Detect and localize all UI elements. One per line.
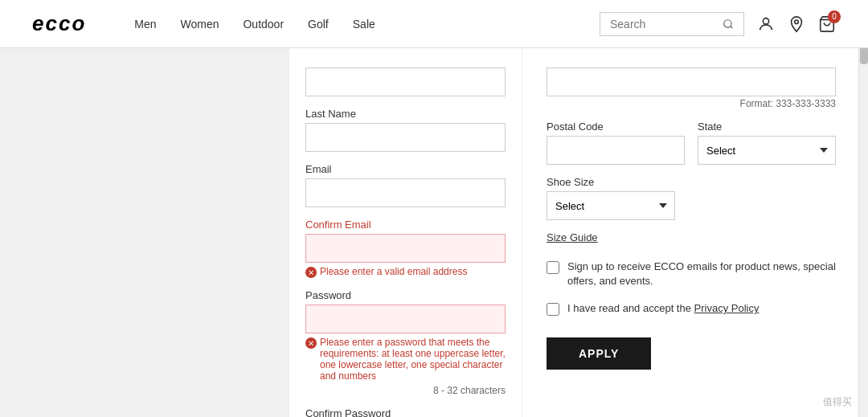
phone-hint: Format: 333-333-3333 xyxy=(547,98,836,109)
shoe-size-group: Shoe Size Select xyxy=(547,176,836,220)
last-name-label: Last Name xyxy=(305,108,506,120)
confirm-email-error-text: Please enter a valid email address xyxy=(320,266,467,277)
logo: ecco xyxy=(32,11,86,36)
shoe-size-select[interactable]: Select xyxy=(547,191,675,220)
postal-code-group: Postal Code xyxy=(547,121,685,165)
svg-point-0 xyxy=(724,19,731,27)
search-box[interactable] xyxy=(600,12,744,36)
main-nav: Men Women Outdoor Golf Sale xyxy=(134,18,600,31)
state-select[interactable]: Select xyxy=(698,136,836,165)
state-label: State xyxy=(698,121,836,133)
email-signup-row: Sign up to receive ECCO emails for produ… xyxy=(547,260,836,288)
scrollbar[interactable] xyxy=(858,0,868,417)
phone-group: Format: 333-333-3333 xyxy=(547,64,836,109)
nav-outdoor[interactable]: Outdoor xyxy=(243,18,284,31)
account-button[interactable] xyxy=(757,15,775,33)
nav-men[interactable]: Men xyxy=(134,18,156,31)
privacy-policy-label: I have read and accept the Privacy Polic… xyxy=(567,301,759,316)
error-icon-confirm-email: ✕ xyxy=(305,267,317,278)
apply-button[interactable]: APPLY xyxy=(547,337,651,370)
password-char-count: 8 - 32 characters xyxy=(305,385,506,396)
cart-badge: 0 xyxy=(828,10,841,23)
cart-container: 0 xyxy=(818,15,836,33)
header: ecco Men Women Outdoor Golf Sale xyxy=(0,0,868,48)
confirm-email-input[interactable] xyxy=(305,234,506,263)
error-icon-password: ✕ xyxy=(305,337,317,349)
privacy-policy-checkbox[interactable] xyxy=(547,303,559,316)
location-icon xyxy=(788,15,805,33)
nav-women[interactable]: Women xyxy=(181,18,219,31)
confirm-password-group: Confirm Password xyxy=(305,407,506,417)
postal-code-input[interactable] xyxy=(547,136,685,165)
form-area: Last Name Email Confirm Email ✕ Please e… xyxy=(289,48,860,417)
page-body: Last Name Email Confirm Email ✕ Please e… xyxy=(0,48,868,417)
location-button[interactable] xyxy=(788,15,805,33)
email-label: Email xyxy=(305,163,506,175)
confirm-email-label: Confirm Email xyxy=(305,219,506,231)
first-name-input[interactable] xyxy=(305,67,506,96)
privacy-policy-link[interactable]: Privacy Policy xyxy=(694,302,760,314)
size-guide-link[interactable]: Size Guide xyxy=(547,231,836,243)
confirm-email-error: ✕ Please enter a valid email address xyxy=(305,266,506,278)
account-icon xyxy=(757,15,775,33)
email-signup-checkbox[interactable] xyxy=(547,261,559,274)
email-group: Email xyxy=(305,163,506,207)
search-input[interactable] xyxy=(610,18,723,31)
svg-point-3 xyxy=(795,19,799,23)
form-left-column: Last Name Email Confirm Email ✕ Please e… xyxy=(289,48,522,417)
password-group: Password ✕ Please enter a password that … xyxy=(305,289,506,396)
email-signup-label: Sign up to receive ECCO emails for produ… xyxy=(567,260,836,288)
watermark: 值得买 xyxy=(823,395,852,409)
left-background xyxy=(8,48,289,417)
password-input[interactable] xyxy=(305,305,506,333)
state-select-wrapper: Select xyxy=(698,136,836,165)
nav-golf[interactable]: Golf xyxy=(308,18,329,31)
nav-sale[interactable]: Sale xyxy=(353,18,375,31)
password-label: Password xyxy=(305,289,506,301)
svg-point-2 xyxy=(763,18,768,23)
privacy-pre-text: I have read and accept the xyxy=(567,302,694,314)
state-group: State Select xyxy=(698,121,836,165)
svg-line-1 xyxy=(731,26,733,28)
phone-input[interactable] xyxy=(547,67,836,96)
email-input[interactable] xyxy=(305,178,506,207)
privacy-policy-row: I have read and accept the Privacy Polic… xyxy=(547,301,836,316)
page-center: Last Name Email Confirm Email ✕ Please e… xyxy=(8,48,860,417)
shoe-size-label: Shoe Size xyxy=(547,176,836,188)
postal-state-row: Postal Code State Select xyxy=(547,121,836,165)
first-name-group xyxy=(305,64,506,96)
confirm-email-group: Confirm Email ✕ Please enter a valid ema… xyxy=(305,219,506,278)
search-icon[interactable] xyxy=(723,18,734,31)
confirm-password-label: Confirm Password xyxy=(305,407,506,417)
form-right-column: Format: 333-333-3333 Postal Code State S… xyxy=(522,48,860,417)
password-error-text: Please enter a password that meets the r… xyxy=(320,337,506,382)
shoe-size-select-wrapper: Select xyxy=(547,191,675,220)
password-error: ✕ Please enter a password that meets the… xyxy=(305,337,506,382)
header-right: 0 xyxy=(600,12,836,36)
postal-code-label: Postal Code xyxy=(547,121,685,133)
last-name-group: Last Name xyxy=(305,108,506,152)
last-name-input[interactable] xyxy=(305,123,506,152)
